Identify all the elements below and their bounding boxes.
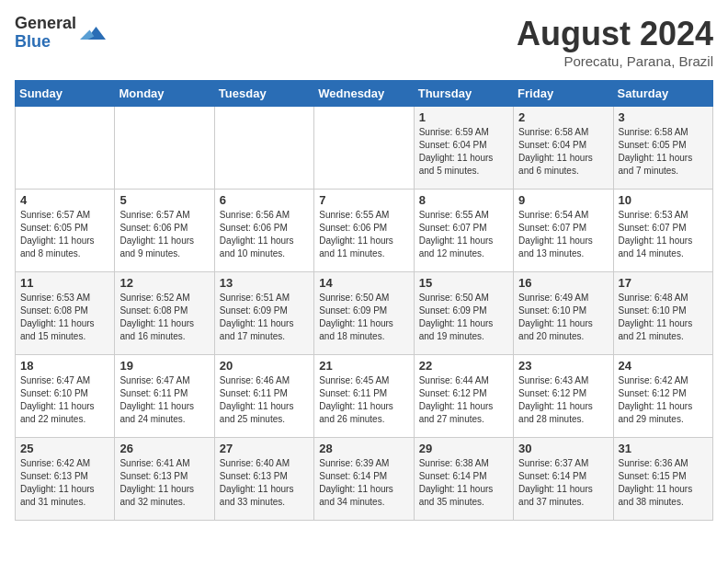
day-number: 15 — [419, 276, 508, 290]
day-number: 21 — [319, 359, 408, 373]
calendar-cell: 26Sunrise: 6:41 AM Sunset: 6:13 PM Dayli… — [115, 438, 214, 521]
day-info: Sunrise: 6:54 AM Sunset: 6:07 PM Dayligh… — [518, 209, 608, 260]
day-info: Sunrise: 6:43 AM Sunset: 6:12 PM Dayligh… — [518, 374, 608, 426]
logo-blue-text: Blue — [15, 33, 76, 52]
month-title: August 2024 — [517, 15, 713, 53]
header-day-saturday: Saturday — [613, 81, 712, 107]
header-row: SundayMondayTuesdayWednesdayThursdayFrid… — [16, 81, 713, 107]
day-number: 1 — [419, 110, 508, 124]
calendar-cell: 22Sunrise: 6:44 AM Sunset: 6:12 PM Dayli… — [414, 355, 513, 438]
calendar-cell — [314, 107, 414, 190]
calendar-cell: 19Sunrise: 6:47 AM Sunset: 6:11 PM Dayli… — [115, 355, 214, 438]
calendar-cell: 25Sunrise: 6:42 AM Sunset: 6:13 PM Dayli… — [16, 438, 115, 521]
day-number: 12 — [119, 276, 209, 290]
calendar-cell: 4Sunrise: 6:57 AM Sunset: 6:05 PM Daylig… — [16, 190, 115, 272]
day-number: 20 — [220, 359, 309, 373]
day-info: Sunrise: 6:46 AM Sunset: 6:11 PM Dayligh… — [220, 374, 309, 426]
day-number: 29 — [419, 442, 508, 455]
day-info: Sunrise: 6:45 AM Sunset: 6:11 PM Dayligh… — [319, 374, 408, 426]
calendar-cell: 13Sunrise: 6:51 AM Sunset: 6:09 PM Dayli… — [214, 272, 313, 355]
day-number: 28 — [319, 442, 408, 455]
calendar-cell: 9Sunrise: 6:54 AM Sunset: 6:07 PM Daylig… — [514, 190, 613, 272]
calendar-cell: 18Sunrise: 6:47 AM Sunset: 6:10 PM Dayli… — [16, 355, 115, 438]
calendar-cell: 21Sunrise: 6:45 AM Sunset: 6:11 PM Dayli… — [314, 355, 414, 438]
calendar-cell: 30Sunrise: 6:37 AM Sunset: 6:14 PM Dayli… — [514, 438, 613, 521]
day-number: 3 — [619, 110, 708, 124]
day-info: Sunrise: 6:48 AM Sunset: 6:10 PM Dayligh… — [619, 292, 708, 343]
day-number: 10 — [619, 193, 708, 207]
calendar-cell: 23Sunrise: 6:43 AM Sunset: 6:12 PM Dayli… — [514, 355, 613, 438]
calendar-cell — [16, 107, 115, 190]
calendar-cell: 29Sunrise: 6:38 AM Sunset: 6:14 PM Dayli… — [414, 438, 513, 521]
day-number: 17 — [619, 276, 708, 290]
day-info: Sunrise: 6:50 AM Sunset: 6:09 PM Dayligh… — [319, 292, 408, 343]
calendar-cell — [115, 107, 214, 190]
calendar-cell: 1Sunrise: 6:59 AM Sunset: 6:04 PM Daylig… — [414, 107, 513, 190]
day-number: 2 — [518, 110, 608, 124]
calendar-week-4: 18Sunrise: 6:47 AM Sunset: 6:10 PM Dayli… — [16, 355, 713, 438]
day-info: Sunrise: 6:58 AM Sunset: 6:05 PM Dayligh… — [619, 126, 708, 178]
calendar-cell: 6Sunrise: 6:56 AM Sunset: 6:06 PM Daylig… — [214, 190, 313, 272]
page-header: General Blue August 2024 Porecatu, Paran… — [15, 15, 713, 69]
day-number: 26 — [119, 442, 209, 455]
calendar-cell: 17Sunrise: 6:48 AM Sunset: 6:10 PM Dayli… — [613, 272, 712, 355]
logo: General Blue — [15, 15, 106, 52]
day-number: 31 — [619, 442, 708, 455]
title-area: August 2024 Porecatu, Parana, Brazil — [517, 15, 713, 69]
day-number: 24 — [619, 359, 708, 373]
day-number: 16 — [518, 276, 608, 290]
calendar-week-1: 1Sunrise: 6:59 AM Sunset: 6:04 PM Daylig… — [16, 107, 713, 190]
day-info: Sunrise: 6:55 AM Sunset: 6:06 PM Dayligh… — [319, 209, 408, 260]
day-number: 7 — [319, 193, 408, 207]
day-number: 25 — [20, 442, 109, 455]
calendar-cell: 24Sunrise: 6:42 AM Sunset: 6:12 PM Dayli… — [613, 355, 712, 438]
day-info: Sunrise: 6:44 AM Sunset: 6:12 PM Dayligh… — [419, 374, 508, 426]
calendar-cell — [214, 107, 313, 190]
calendar-cell: 7Sunrise: 6:55 AM Sunset: 6:06 PM Daylig… — [314, 190, 414, 272]
header-day-wednesday: Wednesday — [314, 81, 414, 107]
calendar-cell: 11Sunrise: 6:53 AM Sunset: 6:08 PM Dayli… — [16, 272, 115, 355]
calendar-cell: 5Sunrise: 6:57 AM Sunset: 6:06 PM Daylig… — [115, 190, 214, 272]
day-info: Sunrise: 6:42 AM Sunset: 6:12 PM Dayligh… — [619, 374, 708, 426]
day-number: 5 — [119, 193, 209, 207]
logo-icon — [80, 20, 106, 46]
day-info: Sunrise: 6:53 AM Sunset: 6:08 PM Dayligh… — [20, 292, 109, 343]
day-info: Sunrise: 6:57 AM Sunset: 6:05 PM Dayligh… — [20, 209, 109, 260]
calendar-cell: 15Sunrise: 6:50 AM Sunset: 6:09 PM Dayli… — [414, 272, 513, 355]
day-info: Sunrise: 6:40 AM Sunset: 6:13 PM Dayligh… — [220, 457, 309, 509]
calendar-week-3: 11Sunrise: 6:53 AM Sunset: 6:08 PM Dayli… — [16, 272, 713, 355]
calendar-cell: 14Sunrise: 6:50 AM Sunset: 6:09 PM Dayli… — [314, 272, 414, 355]
day-number: 13 — [220, 276, 309, 290]
day-number: 30 — [518, 442, 608, 455]
day-info: Sunrise: 6:51 AM Sunset: 6:09 PM Dayligh… — [220, 292, 309, 343]
calendar-cell: 20Sunrise: 6:46 AM Sunset: 6:11 PM Dayli… — [214, 355, 313, 438]
day-number: 22 — [419, 359, 508, 373]
calendar-cell: 31Sunrise: 6:36 AM Sunset: 6:15 PM Dayli… — [613, 438, 712, 521]
day-number: 6 — [220, 193, 309, 207]
location: Porecatu, Parana, Brazil — [517, 53, 713, 69]
calendar-cell: 2Sunrise: 6:58 AM Sunset: 6:04 PM Daylig… — [514, 107, 613, 190]
calendar-cell: 8Sunrise: 6:55 AM Sunset: 6:07 PM Daylig… — [414, 190, 513, 272]
day-info: Sunrise: 6:47 AM Sunset: 6:11 PM Dayligh… — [119, 374, 209, 426]
calendar-cell: 16Sunrise: 6:49 AM Sunset: 6:10 PM Dayli… — [514, 272, 613, 355]
calendar-cell: 3Sunrise: 6:58 AM Sunset: 6:05 PM Daylig… — [613, 107, 712, 190]
calendar-cell: 12Sunrise: 6:52 AM Sunset: 6:08 PM Dayli… — [115, 272, 214, 355]
header-day-tuesday: Tuesday — [214, 81, 313, 107]
calendar-cell: 27Sunrise: 6:40 AM Sunset: 6:13 PM Dayli… — [214, 438, 313, 521]
day-info: Sunrise: 6:37 AM Sunset: 6:14 PM Dayligh… — [518, 457, 608, 509]
day-number: 4 — [20, 193, 109, 207]
day-info: Sunrise: 6:52 AM Sunset: 6:08 PM Dayligh… — [119, 292, 209, 343]
day-number: 27 — [220, 442, 309, 455]
day-number: 18 — [20, 359, 109, 373]
day-info: Sunrise: 6:47 AM Sunset: 6:10 PM Dayligh… — [20, 374, 109, 426]
day-info: Sunrise: 6:58 AM Sunset: 6:04 PM Dayligh… — [518, 126, 608, 178]
day-info: Sunrise: 6:57 AM Sunset: 6:06 PM Dayligh… — [119, 209, 209, 260]
day-number: 8 — [419, 193, 508, 207]
day-number: 19 — [119, 359, 209, 373]
calendar-week-5: 25Sunrise: 6:42 AM Sunset: 6:13 PM Dayli… — [16, 438, 713, 521]
header-day-friday: Friday — [514, 81, 613, 107]
day-info: Sunrise: 6:49 AM Sunset: 6:10 PM Dayligh… — [518, 292, 608, 343]
logo-general-text: General — [15, 15, 76, 33]
calendar-cell: 10Sunrise: 6:53 AM Sunset: 6:07 PM Dayli… — [613, 190, 712, 272]
day-info: Sunrise: 6:38 AM Sunset: 6:14 PM Dayligh… — [419, 457, 508, 509]
